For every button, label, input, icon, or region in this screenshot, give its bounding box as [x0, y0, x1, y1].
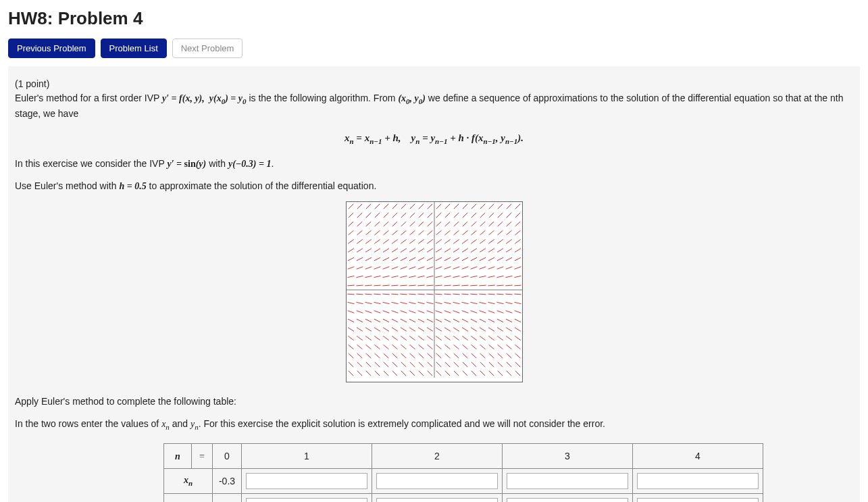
svg-line-329: [488, 311, 494, 313]
x3-input[interactable]: [507, 473, 628, 489]
svg-line-305: [480, 345, 485, 349]
col-0: 0: [213, 444, 242, 469]
x1-input[interactable]: [246, 473, 367, 489]
svg-line-178: [418, 230, 424, 235]
svg-line-41: [357, 204, 361, 209]
svg-line-194: [426, 267, 433, 270]
svg-line-285: [471, 345, 476, 349]
svg-line-107: [392, 328, 398, 332]
svg-line-311: [479, 294, 486, 295]
svg-line-317: [480, 239, 485, 243]
svg-line-29: [356, 311, 363, 313]
svg-line-57: [365, 239, 371, 243]
svg-line-197: [427, 239, 432, 243]
svg-line-373: [505, 276, 512, 277]
y2-input[interactable]: [376, 498, 498, 502]
svg-line-203: [436, 362, 441, 367]
x2-input[interactable]: [376, 473, 498, 489]
direction-field-plot: [15, 201, 853, 382]
svg-line-39: [357, 222, 362, 226]
svg-line-110: [391, 302, 398, 303]
svg-line-89: [382, 311, 389, 313]
svg-line-401: [515, 204, 519, 209]
svg-line-166: [418, 336, 424, 340]
svg-line-98: [383, 230, 388, 235]
svg-line-362: [506, 371, 511, 376]
svg-line-308: [479, 319, 485, 322]
svg-line-294: [470, 267, 477, 270]
svg-line-204: [436, 353, 441, 358]
svg-line-117: [392, 239, 397, 243]
svg-line-245: [453, 345, 459, 349]
svg-line-284: [471, 353, 476, 358]
svg-line-32: [356, 285, 363, 286]
svg-line-123: [401, 362, 406, 367]
svg-line-111: [391, 294, 398, 295]
svg-line-77: [374, 239, 380, 243]
svg-line-161: [409, 204, 414, 209]
svg-line-145: [409, 345, 415, 349]
euler-table: n = 0 1 2 3 4 xn -0.3 yn 1: [163, 443, 763, 502]
svg-line-238: [444, 230, 450, 235]
svg-line-182: [427, 371, 432, 376]
use-math: h = 0.5: [119, 181, 146, 191]
svg-line-369: [505, 311, 512, 313]
svg-line-217: [436, 239, 441, 243]
svg-line-394: [514, 267, 521, 270]
svg-line-283: [471, 362, 476, 367]
svg-line-73: [374, 276, 380, 277]
svg-line-226: [444, 336, 450, 340]
previous-problem-button[interactable]: Previous Problem: [8, 39, 95, 58]
svg-line-158: [409, 230, 415, 235]
svg-line-380: [506, 213, 511, 218]
x4-input[interactable]: [637, 473, 759, 489]
svg-line-346: [497, 336, 503, 340]
svg-line-240: [444, 213, 450, 218]
svg-line-19: [348, 222, 353, 226]
svg-line-14: [347, 267, 354, 270]
svg-line-188: [426, 319, 432, 322]
svg-line-228: [444, 319, 450, 322]
problem-list-button[interactable]: Problem List: [101, 39, 167, 58]
svg-line-69: [374, 311, 380, 313]
direction-field-svg: [347, 202, 522, 378]
svg-line-291: [470, 294, 477, 295]
svg-line-121: [392, 204, 397, 209]
svg-line-92: [382, 285, 389, 286]
svg-line-389: [514, 311, 521, 313]
exercise-text-1: In this exercise we consider the IVP: [15, 158, 167, 169]
apply-text: Apply Euler's method to complete the fol…: [15, 395, 853, 409]
svg-line-268: [461, 319, 467, 322]
svg-line-309: [479, 311, 486, 313]
svg-line-190: [426, 302, 433, 303]
svg-line-334: [488, 267, 494, 270]
y3-input[interactable]: [507, 498, 628, 502]
col-1: 1: [242, 444, 372, 469]
svg-line-344: [497, 353, 503, 358]
svg-line-307: [480, 328, 486, 332]
svg-line-65: [374, 345, 380, 349]
svg-line-350: [496, 302, 503, 303]
svg-line-81: [374, 204, 379, 209]
svg-line-62: [374, 371, 379, 376]
svg-line-155: [409, 257, 415, 261]
svg-line-239: [444, 222, 450, 226]
svg-line-275: [461, 257, 467, 261]
svg-line-260: [453, 213, 459, 218]
svg-line-63: [374, 362, 380, 367]
svg-line-185: [427, 345, 432, 349]
svg-line-261: [453, 204, 458, 209]
svg-line-115: [391, 257, 397, 261]
svg-line-375: [505, 257, 511, 261]
svg-line-164: [418, 353, 424, 358]
svg-line-127: [401, 328, 407, 332]
y4-input[interactable]: [637, 498, 759, 502]
page-title: HW8: Problem 4: [8, 8, 860, 29]
svg-line-122: [401, 371, 405, 376]
svg-line-330: [488, 302, 494, 303]
svg-line-223: [444, 362, 450, 367]
svg-line-169: [417, 311, 424, 313]
svg-line-211: [435, 294, 442, 295]
svg-line-249: [453, 311, 459, 313]
y1-input[interactable]: [246, 498, 367, 502]
